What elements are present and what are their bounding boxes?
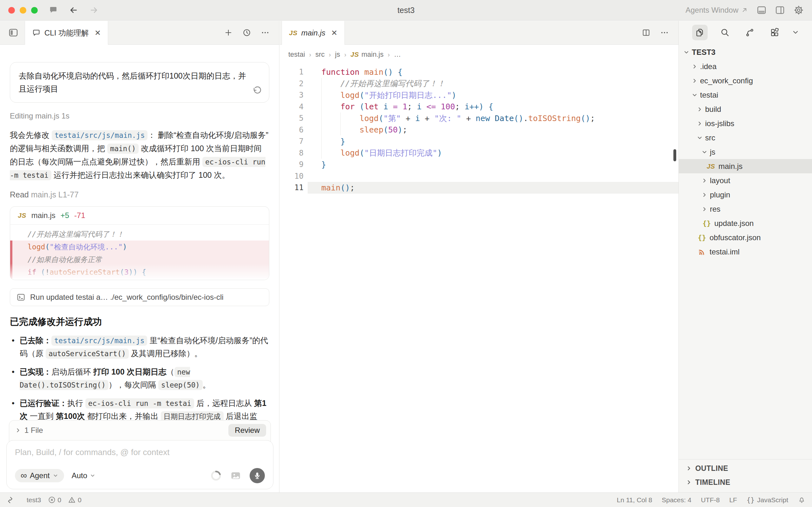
code-line[interactable]: 6 sleep(50); — [280, 124, 678, 136]
read-target[interactable]: main.js L1-77 — [31, 190, 79, 199]
files-explorer-icon[interactable] — [692, 25, 708, 40]
language-mode[interactable]: {} JavaScript — [747, 496, 788, 504]
search-icon[interactable] — [717, 25, 733, 40]
minimize-window-button[interactable] — [20, 7, 26, 14]
js-file-icon: JS — [705, 163, 716, 170]
retry-icon[interactable] — [252, 86, 262, 95]
panel-right-icon[interactable] — [775, 6, 785, 14]
cursor-position[interactable]: Ln 11, Col 8 — [617, 496, 653, 504]
tree-item-update-json[interactable]: {}update.json — [679, 216, 812, 230]
chevron-right-icon — [697, 106, 703, 112]
editor-scrollbar-thumb[interactable] — [673, 149, 676, 161]
assistant-message: 我会先修改 testai/src/js/main.js： 删除“检查自动化环境/… — [10, 129, 269, 182]
code-line[interactable]: 11main(); — [280, 182, 678, 193]
code-line[interactable]: 8 logd("日期日志打印完成") — [280, 147, 678, 159]
more-options-icon[interactable] — [660, 28, 669, 37]
breadcrumb-item[interactable]: testai — [288, 50, 305, 59]
tree-item-testai-iml[interactable]: testai.iml — [679, 245, 812, 259]
tree-item-test3[interactable]: TEST3 — [679, 45, 812, 59]
breadcrumb-item[interactable]: … — [394, 50, 401, 59]
tree-item-js[interactable]: js — [679, 145, 812, 159]
indentation-setting[interactable]: Spaces: 4 — [662, 496, 691, 504]
image-attach-icon[interactable] — [230, 470, 241, 481]
outline-section[interactable]: OUTLINE — [679, 461, 812, 475]
status-project-name[interactable]: test3 — [27, 496, 41, 504]
encoding-setting[interactable]: UTF-8 — [701, 496, 720, 504]
run-command-row[interactable]: Run updated testai a… ./ec_work_config/i… — [10, 288, 269, 306]
problems-errors[interactable]: 0 — [48, 496, 61, 504]
code-token: i — [417, 102, 421, 111]
line-number: 8 — [280, 149, 308, 158]
timeline-section[interactable]: TIMELINE — [679, 475, 812, 489]
code-line[interactable]: 5 logd("第" + i + "次: " + new Date().toIS… — [280, 112, 678, 124]
panel-bottom-icon[interactable] — [757, 6, 766, 14]
iml-file-icon — [697, 248, 707, 256]
split-editor-icon[interactable] — [642, 28, 651, 37]
breadcrumb-item[interactable]: js — [335, 50, 340, 59]
agent-mode-dropdown[interactable]: ∞ Agent — [15, 469, 64, 482]
code-token: ( — [359, 148, 364, 158]
chat-bubble-icon[interactable] — [49, 5, 58, 15]
chat-input[interactable] — [15, 447, 265, 457]
forward-arrow-icon[interactable] — [89, 5, 99, 15]
code-token: toISOString — [528, 114, 581, 123]
editor-tab-mainjs[interactable]: JS main.js ✕ — [282, 21, 345, 45]
breadcrumb-item[interactable]: JSmain.js — [351, 50, 384, 59]
close-icon[interactable]: ✕ — [95, 29, 101, 38]
close-window-button[interactable] — [8, 7, 15, 14]
agents-window-link[interactable]: Agents Window — [686, 6, 748, 14]
line-number: 1 — [280, 67, 308, 76]
model-dropdown[interactable]: Auto — [72, 471, 96, 480]
chat-tabstrip: CLI 功能理解 ✕ — [0, 21, 279, 45]
tree-item-idea[interactable]: .idea — [679, 59, 812, 73]
git-branch-icon[interactable] — [742, 25, 757, 40]
diff-card[interactable]: JS main.js +5 -71 //开始再这里编写代码了！！logd("检查… — [10, 206, 269, 280]
breadcrumb-item[interactable]: src — [315, 50, 324, 59]
review-button[interactable]: Review — [229, 424, 266, 437]
tree-item-plugin[interactable]: plugin — [679, 187, 812, 202]
tree-item-build[interactable]: build — [679, 102, 812, 116]
code-editor[interactable]: 1function main() {2 //开始再这里编写代码了！！3 logd… — [280, 64, 678, 193]
history-clock-icon[interactable] — [242, 28, 251, 37]
code-token — [321, 79, 340, 88]
problems-warnings[interactable]: 0 — [68, 496, 82, 504]
code-line[interactable]: 4 for (let i = 1; i <= 100; i++) { — [280, 101, 678, 113]
code-line-text: } — [308, 159, 678, 170]
code-line[interactable]: 3 logd("开始打印日期日志...") — [280, 89, 678, 101]
remote-indicator-icon[interactable] — [6, 496, 14, 504]
more-options-icon[interactable] — [261, 28, 270, 37]
spinner-icon — [210, 470, 222, 481]
user-message-card: 去除自动化环境启动的代码，然后循环打印100次日期的日志，并且运行项目 — [10, 62, 269, 103]
code-line[interactable]: 2 //开始再这里编写代码了！！ — [280, 78, 678, 90]
code-line[interactable]: 1function main() { — [280, 66, 678, 78]
breadcrumb-label: src — [315, 50, 324, 59]
bold-text: 已运行验证： — [20, 399, 67, 407]
list-item: 已实现：启动后循环 打印 100 次日期日志（new Date().toISOS… — [10, 365, 269, 391]
tree-item-label: layout — [710, 176, 730, 185]
back-arrow-icon[interactable] — [69, 5, 78, 15]
tree-item-ios-jslibs[interactable]: ios-jslibs — [679, 116, 812, 130]
chevron-right-icon — [701, 192, 708, 198]
tree-item-layout[interactable]: layout — [679, 173, 812, 187]
tree-item-testai[interactable]: testai — [679, 88, 812, 102]
chevron-down-icon[interactable] — [792, 29, 799, 36]
zoom-window-button[interactable] — [31, 7, 38, 14]
code-line[interactable]: 9} — [280, 159, 678, 170]
tree-item-ec-work-config[interactable]: ec_work_config — [679, 73, 812, 88]
chat-tab[interactable]: CLI 功能理解 ✕ — [25, 21, 108, 45]
mic-button[interactable] — [250, 468, 265, 483]
eol-setting[interactable]: LF — [729, 496, 737, 504]
bell-icon[interactable] — [798, 496, 806, 504]
close-icon[interactable]: ✕ — [331, 29, 338, 38]
extensions-icon[interactable] — [767, 25, 782, 40]
code-line[interactable]: 7 } — [280, 135, 678, 147]
new-chat-plus-icon[interactable] — [224, 28, 233, 37]
tree-item-obfuscator-json[interactable]: {}obfuscator.json — [679, 230, 812, 245]
settings-gear-icon[interactable] — [794, 5, 804, 15]
explorer-panel: TEST3.ideaec_work_configtestaibuildios-j… — [678, 21, 812, 493]
tree-item-main-js[interactable]: JSmain.js — [679, 159, 812, 173]
tree-item-src[interactable]: src — [679, 130, 812, 145]
code-line[interactable]: 10 — [280, 170, 678, 182]
tree-item-res[interactable]: res — [679, 202, 812, 216]
sidebar-toggle-icon[interactable] — [0, 21, 25, 44]
